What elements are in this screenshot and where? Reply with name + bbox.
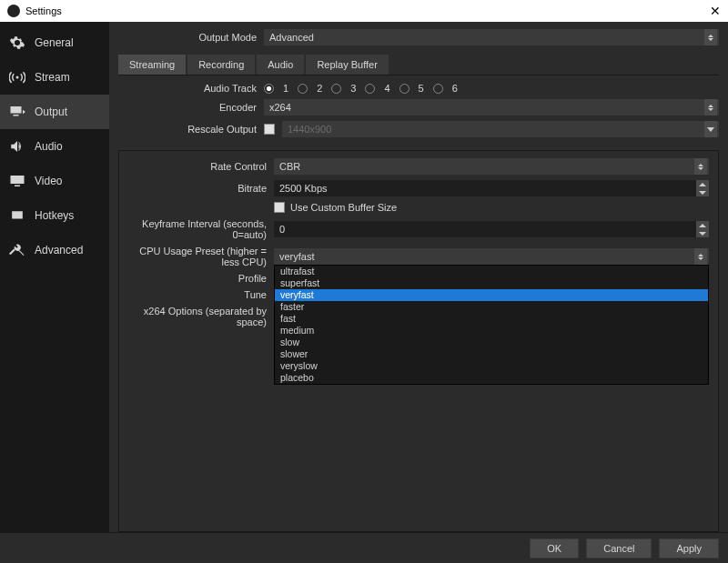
audio-track-label: Audio Track [118,83,264,94]
output-mode-value: Advanced [269,32,314,43]
bitrate-value: 2500 Kbps [279,183,328,194]
audio-track-5-radio[interactable] [399,84,410,94]
gear-icon [9,35,25,51]
sidebar-item-output[interactable]: Output [0,95,109,129]
tab-recording[interactable]: Recording [187,55,255,75]
broadcast-icon [9,69,25,85]
cancel-button[interactable]: Cancel [586,538,652,558]
sidebar-item-label: General [35,36,74,49]
bitrate-label: Bitrate [128,183,274,194]
audio-track-4-radio[interactable] [365,84,375,94]
cpu-preset-option[interactable]: superfast [275,277,708,289]
keyframe-input[interactable]: 0 [274,221,709,237]
cpu-preset-option[interactable]: ultrafast [275,266,708,277]
sidebar-item-stream[interactable]: Stream [0,60,109,95]
cpu-preset-option[interactable]: faster [275,301,708,313]
rate-control-select[interactable]: CBR [274,158,709,175]
updown-icon [694,158,707,175]
cpu-preset-label: CPU Usage Preset (higher = less CPU) [128,246,274,267]
output-settings-panel: Output Mode Advanced Streaming Recording… [109,22,728,532]
tools-icon [9,242,25,258]
sidebar-item-label: Stream [35,71,70,84]
sidebar-item-label: Video [35,175,62,187]
bitrate-spinner[interactable] [696,180,709,196]
encoder-settings-panel: Rate Control CBR Bitrate 2500 Kbps Use C… [118,150,719,532]
sidebar-item-label: Audio [35,140,63,153]
cpu-preset-option[interactable]: placebo [275,372,708,384]
cpu-preset-option[interactable]: veryslow [275,360,708,372]
dialog-footer: OK Cancel Apply [0,532,728,563]
cpu-preset-dropdown-list: ultrafast superfast veryfast faster fast… [274,265,709,385]
rate-control-label: Rate Control [128,161,274,172]
monitor-icon [9,173,25,189]
rescale-select[interactable]: 1440x900 [282,121,719,137]
tune-label: Tune [128,289,274,300]
cpu-preset-select[interactable]: veryfast ultrafast superfast veryfast fa… [274,248,709,265]
cpu-preset-option[interactable]: slow [275,337,708,348]
keyboard-icon [9,207,25,224]
audio-track-2-radio[interactable] [298,84,308,94]
sidebar-item-label: Hotkeys [35,209,74,222]
cpu-preset-option[interactable]: fast [275,313,708,325]
ok-button[interactable]: OK [530,538,579,558]
window-titlebar: Settings ✕ [0,0,728,22]
sidebar-item-label: Output [35,106,67,118]
settings-sidebar: General Stream Output Audio Video Hotkey… [0,22,109,532]
tab-replay-buffer[interactable]: Replay Buffer [306,55,388,75]
window-title: Settings [25,5,62,16]
output-mode-label: Output Mode [118,32,264,43]
tab-streaming[interactable]: Streaming [118,55,186,75]
app-icon [7,5,20,17]
audio-track-6-radio[interactable] [433,84,443,94]
chevron-down-icon [704,121,717,137]
audio-track-3-radio[interactable] [331,84,341,94]
encoder-value: x264 [269,102,291,113]
sidebar-item-advanced[interactable]: Advanced [0,233,109,267]
rescale-checkbox[interactable] [264,124,275,135]
output-mode-select[interactable]: Advanced [264,29,719,45]
cpu-preset-option[interactable]: slower [275,348,708,360]
profile-label: Profile [128,273,274,284]
sidebar-item-hotkeys[interactable]: Hotkeys [0,198,109,233]
updown-icon [694,248,707,265]
bitrate-input[interactable]: 2500 Kbps [274,180,709,196]
rate-control-value: CBR [279,161,300,172]
cpu-preset-option[interactable]: veryfast [275,289,708,301]
keyframe-label: Keyframe Interval (seconds, 0=auto) [128,218,274,240]
custom-buffer-checkbox[interactable] [274,202,285,213]
custom-buffer-label: Use Custom Buffer Size [290,202,397,213]
output-tabs: Streaming Recording Audio Replay Buffer [118,55,719,75]
sidebar-item-audio[interactable]: Audio [0,129,109,164]
rescale-value: 1440x900 [288,124,331,135]
close-icon[interactable]: ✕ [710,4,721,18]
cpu-preset-value: veryfast [279,251,315,262]
keyframe-spinner[interactable] [696,221,709,237]
encoder-label: Encoder [118,102,264,113]
apply-button[interactable]: Apply [659,538,719,558]
keyframe-value: 0 [279,224,285,235]
audio-track-group: 1 2 3 4 5 6 [264,83,458,94]
sidebar-item-label: Advanced [35,244,83,256]
updown-icon [704,99,717,116]
sidebar-item-video[interactable]: Video [0,164,109,198]
encoder-select[interactable]: x264 [264,99,719,116]
updown-icon [704,29,717,45]
rescale-label: Rescale Output [118,124,264,135]
sidebar-item-general[interactable]: General [0,25,109,60]
cpu-preset-option[interactable]: medium [275,325,708,337]
tab-audio[interactable]: Audio [257,55,304,75]
x264-options-label: x264 Options (separated by space) [128,306,274,327]
audio-track-1-radio[interactable] [264,84,274,94]
speaker-icon [9,138,25,155]
monitor-out-icon [9,104,25,120]
